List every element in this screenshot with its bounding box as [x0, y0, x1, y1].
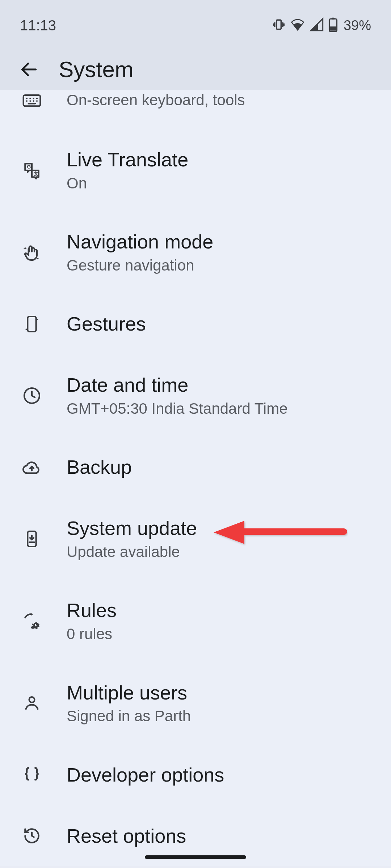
gesture-pill-icon	[145, 855, 246, 859]
item-title: Multiple users	[67, 681, 191, 705]
signal-icon	[310, 17, 324, 33]
navigation-bar[interactable]	[0, 846, 391, 868]
keyboard-icon	[17, 90, 46, 110]
item-title: System update	[67, 516, 197, 540]
item-title: Developer options	[67, 763, 224, 787]
svg-point-10	[34, 623, 38, 627]
battery-percentage: 39%	[344, 18, 371, 33]
svg-point-11	[29, 697, 35, 702]
list-item-gestures[interactable]: Gestures	[0, 293, 391, 354]
phone-sparkle-icon	[17, 314, 46, 334]
list-item-navigation-mode[interactable]: Navigation mode Gesture navigation	[0, 211, 391, 293]
reset-icon	[17, 826, 46, 846]
list-item-date-time[interactable]: Date and time GMT+05:30 India Standard T…	[0, 354, 391, 437]
translate-icon: G 文	[17, 160, 46, 180]
item-title: Date and time	[67, 373, 288, 397]
braces-icon	[17, 765, 46, 785]
item-title: Gestures	[67, 312, 146, 336]
svg-rect-2	[332, 18, 335, 20]
arrow-left-icon	[19, 59, 39, 80]
svg-rect-0	[277, 20, 281, 29]
item-title: Live Translate	[67, 148, 188, 171]
settings-list: On-screen keyboard, tools G 文 Live Trans…	[0, 90, 391, 866]
item-subtitle: Update available	[67, 543, 197, 561]
list-item-live-translate[interactable]: G 文 Live Translate On	[0, 129, 391, 211]
list-item-rules[interactable]: Rules 0 rules	[0, 580, 391, 662]
item-title: Navigation mode	[67, 230, 213, 254]
device-download-icon	[17, 529, 46, 549]
wifi-icon	[290, 17, 305, 33]
list-item-system-update[interactable]: System update Update available	[0, 498, 391, 580]
cloud-upload-icon	[17, 457, 46, 477]
battery-icon	[328, 17, 338, 34]
list-item-backup[interactable]: Backup	[0, 437, 391, 498]
status-time: 11:13	[20, 17, 56, 34]
svg-text:G: G	[27, 164, 31, 170]
back-button[interactable]	[17, 57, 41, 82]
rules-icon	[17, 611, 46, 631]
page-title: System	[59, 56, 134, 82]
list-item-developer-options[interactable]: Developer options	[0, 744, 391, 805]
svg-rect-7	[28, 316, 36, 332]
vibrate-icon	[272, 18, 286, 33]
app-bar: System	[0, 43, 391, 97]
item-title: Backup	[67, 455, 132, 479]
svg-rect-4	[24, 95, 41, 106]
svg-text:文: 文	[33, 171, 39, 176]
hand-sparkle-icon	[17, 242, 46, 263]
item-subtitle: GMT+05:30 India Standard Time	[67, 400, 288, 418]
clock-icon	[17, 386, 46, 406]
item-subtitle: On	[67, 174, 188, 192]
item-subtitle: 0 rules	[67, 625, 117, 643]
item-subtitle: On-screen keyboard, tools	[67, 91, 245, 109]
svg-rect-3	[330, 26, 336, 30]
list-item-multiple-users[interactable]: Multiple users Signed in as Parth	[0, 662, 391, 744]
item-subtitle: Signed in as Parth	[67, 707, 191, 725]
status-bar: 11:13 39%	[0, 0, 391, 43]
person-icon	[17, 693, 46, 713]
item-subtitle: Gesture navigation	[67, 256, 213, 275]
item-title: Rules	[67, 599, 117, 622]
status-icons: 39%	[272, 17, 371, 34]
item-title: Reset options	[67, 824, 186, 848]
list-item-keyboard[interactable]: On-screen keyboard, tools	[0, 90, 391, 129]
